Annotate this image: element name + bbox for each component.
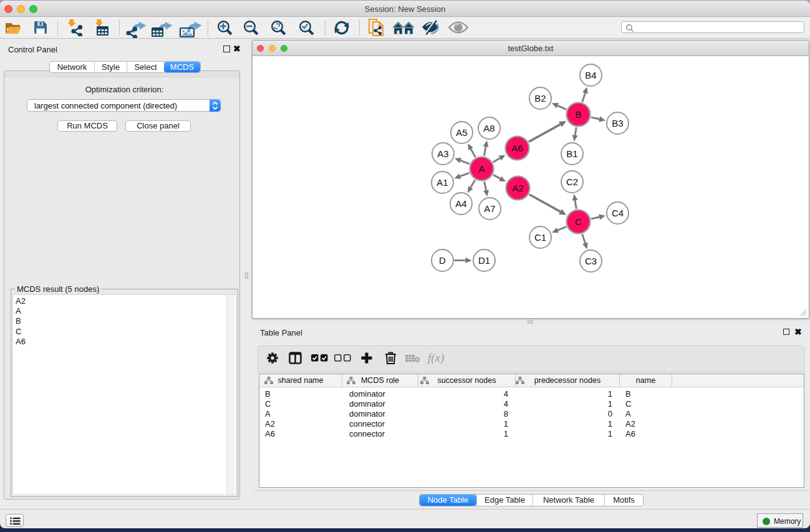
svg-text:A2: A2	[512, 183, 523, 193]
svg-text:A3: A3	[437, 148, 448, 159]
svg-text:A8: A8	[483, 123, 494, 133]
svg-text:B1: B1	[566, 148, 577, 159]
svg-text:C4: C4	[612, 208, 624, 218]
svg-text:B4: B4	[585, 70, 596, 80]
svg-text:B2: B2	[534, 93, 546, 104]
svg-text:C3: C3	[585, 256, 597, 266]
svg-text:D1: D1	[478, 255, 490, 266]
svg-text:A: A	[478, 163, 485, 174]
svg-text:A6: A6	[511, 143, 523, 153]
svg-text:C2: C2	[566, 177, 578, 187]
svg-text:A7: A7	[484, 203, 495, 214]
svg-text:D: D	[439, 255, 446, 266]
svg-text:A4: A4	[455, 198, 466, 209]
svg-text:C: C	[575, 216, 582, 227]
svg-text:B3: B3	[612, 118, 623, 128]
svg-text:A1: A1	[436, 177, 448, 188]
svg-text:A5: A5	[456, 127, 467, 138]
svg-text:B: B	[575, 109, 581, 120]
svg-text:C1: C1	[534, 232, 546, 243]
